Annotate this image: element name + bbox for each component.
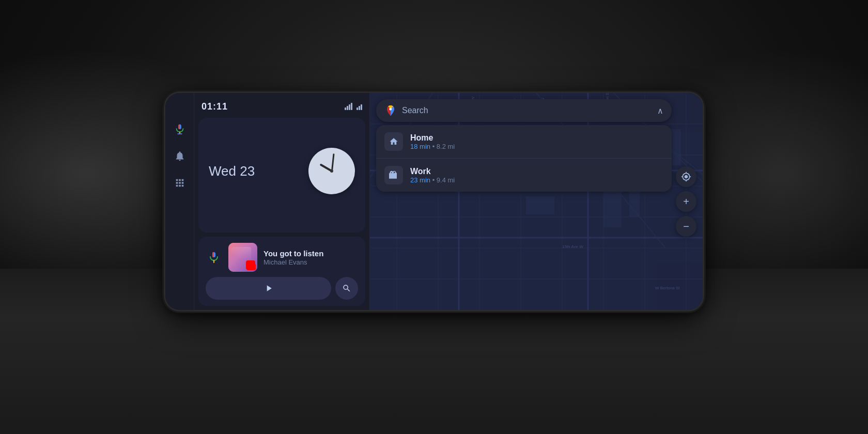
zoom-in-label: + [683, 196, 689, 208]
music-text: You got to listen Michael Evans [264, 249, 358, 267]
home-details: 18 min • 8.2 mi [410, 143, 663, 150]
work-separator: • [432, 176, 437, 184]
work-details: 23 min • 9.4 mi [410, 176, 663, 184]
hour-hand [319, 163, 332, 172]
zoom-out-label: − [683, 221, 689, 233]
time-display: 01:11 [202, 101, 228, 112]
work-destination[interactable]: Work 23 min • 9.4 mi [376, 159, 672, 192]
svg-rect-1 [178, 125, 180, 129]
sidebar [165, 93, 194, 310]
svg-rect-5 [212, 252, 214, 257]
work-time: 23 min [410, 176, 430, 184]
search-bar[interactable]: Search ∧ [376, 99, 672, 122]
notifications-button[interactable] [171, 147, 189, 165]
google-maps-icon [384, 104, 397, 117]
cellular-signal-icon [345, 103, 352, 110]
svg-point-49 [390, 108, 392, 111]
android-auto-screen: 01:11 Wed 23 [165, 93, 703, 310]
signal-icons [345, 103, 362, 110]
album-art [228, 243, 257, 272]
navigation-overlay: Search ∧ Home [376, 99, 672, 192]
music-search-button[interactable] [335, 277, 358, 300]
map-panel[interactable]: N Nickerson St W Nip... 22nd Ave W Dexte… [370, 93, 703, 310]
work-icon [384, 166, 403, 184]
home-time: 18 min [410, 143, 430, 150]
analog-clock [308, 148, 355, 194]
destinations-panel: Home 18 min • 8.2 mi [376, 125, 672, 192]
song-title: You got to listen [264, 249, 358, 259]
music-controls [206, 277, 358, 300]
work-distance: 9.4 mi [437, 176, 455, 184]
date-text: Wed 23 [209, 163, 298, 179]
svg-rect-37 [629, 191, 640, 217]
status-bar: 01:11 [194, 93, 369, 118]
work-name: Work [410, 167, 663, 176]
music-widget: You got to listen Michael Evans [198, 237, 365, 306]
date-clock-widget: Wed 23 [198, 118, 365, 233]
music-mic-icon [206, 249, 222, 266]
chevron-up-icon: ∧ [657, 106, 663, 116]
wifi-signal-icon [357, 103, 362, 110]
youtube-music-badge [246, 264, 256, 270]
home-name: Home [410, 133, 663, 143]
svg-rect-36 [603, 191, 622, 227]
home-info: Home 18 min • 8.2 mi [410, 133, 663, 150]
screen-content: 01:11 Wed 23 [165, 93, 703, 310]
app-launcher-button[interactable] [171, 174, 189, 192]
svg-text:W Bertona St: W Bertona St [655, 286, 680, 290]
minute-hand [331, 153, 335, 171]
home-separator: • [432, 143, 437, 150]
zoom-out-button[interactable]: − [676, 216, 696, 237]
zoom-in-button[interactable]: + [676, 191, 696, 212]
home-distance: 8.2 mi [437, 143, 455, 150]
my-location-button[interactable] [676, 166, 696, 187]
music-info-row: You got to listen Michael Evans [206, 243, 358, 272]
search-placeholder: Search [402, 106, 652, 115]
home-icon [384, 132, 403, 151]
assistant-button[interactable] [171, 120, 189, 138]
map-controls: + − [676, 166, 696, 237]
album-art-image [228, 243, 257, 272]
play-button[interactable] [206, 277, 331, 300]
left-panel: 01:11 Wed 23 [194, 93, 370, 310]
artist-name: Michael Evans [264, 258, 358, 266]
work-info: Work 23 min • 9.4 mi [410, 167, 663, 184]
svg-rect-40 [526, 196, 554, 214]
svg-text:15th Ave W: 15th Ave W [562, 244, 583, 249]
home-destination[interactable]: Home 18 min • 8.2 mi [376, 125, 672, 159]
